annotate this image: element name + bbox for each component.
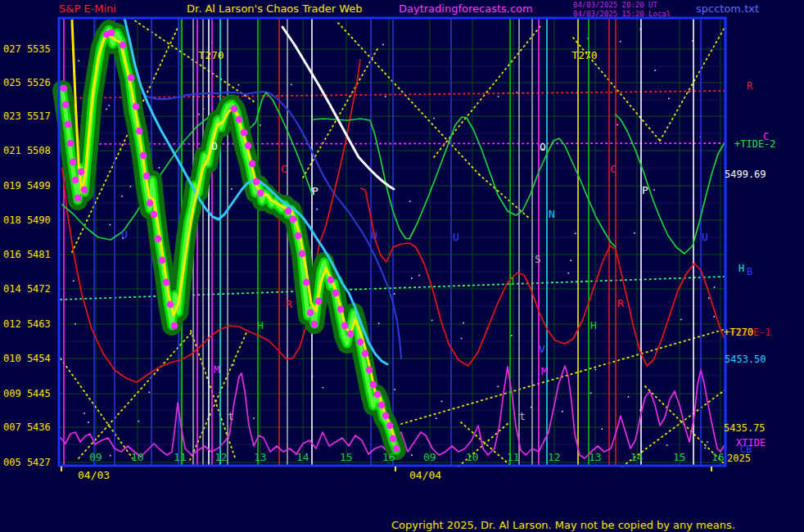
star-dot [511, 335, 513, 336]
pivot-dot [249, 160, 256, 168]
hour-label: 14 [296, 451, 309, 463]
hour-label: 15 [673, 451, 686, 463]
chart-letter: S [535, 253, 541, 265]
pivot-dot [382, 413, 390, 420]
chart-letter: t [519, 410, 526, 422]
price-axis-label: 021 5508 [3, 145, 51, 156]
hour-label: 09 [423, 451, 436, 463]
right-axis-label: 5499.69 [725, 169, 766, 180]
star-dot [713, 316, 715, 318]
star-dot [106, 108, 107, 110]
star-dot [601, 428, 603, 430]
pivot-dot [128, 74, 135, 82]
pivot-dot [390, 435, 397, 443]
pivot-dot [285, 208, 292, 215]
star-dot [409, 201, 411, 202]
pivot-dot [61, 85, 68, 92]
price-axis-label: 005 5427 [3, 457, 51, 468]
hour-label: 11 [174, 451, 187, 463]
pivot-dot [159, 257, 166, 264]
pivot-dot [307, 309, 314, 317]
pivot-dot [167, 301, 174, 309]
price-axis-label: 023 5517 [3, 110, 51, 122]
pivot-dot [253, 178, 260, 186]
chart-letter: H [590, 319, 597, 331]
pivot-dot [171, 322, 178, 330]
pivot-dot [386, 422, 394, 430]
star-dot [291, 84, 292, 86]
star-dot [707, 441, 708, 443]
red-tide-series [361, 188, 724, 366]
star-dot [654, 70, 656, 71]
star-dot [260, 124, 261, 126]
star-dot [433, 118, 435, 119]
pivot-dot [62, 101, 70, 109]
star-dot [562, 411, 563, 413]
star-dot [382, 44, 384, 46]
right-axis-label: H [739, 263, 744, 274]
star-dot [617, 124, 618, 126]
star-dot [110, 455, 111, 457]
star-dot [149, 392, 151, 394]
pivot-dot [299, 250, 306, 258]
pivot-dot [75, 195, 82, 202]
star-dot [705, 448, 707, 449]
star-dot [436, 417, 437, 419]
date-tick [395, 467, 396, 471]
chart-letter: P [642, 184, 648, 196]
pivot-dot [151, 211, 158, 219]
star-dot [628, 396, 630, 398]
chart-letter: O [211, 140, 218, 152]
star-dot [461, 338, 463, 340]
star-dot [590, 392, 592, 394]
hour-label: 12 [215, 451, 228, 463]
dotted-trendline [190, 331, 247, 460]
pivot-dot [155, 236, 162, 243]
star-dot [78, 61, 79, 62]
star-dot [88, 422, 89, 423]
chart-letter: C [610, 163, 617, 175]
chart-letter: U [453, 231, 459, 243]
hour-label: 13 [254, 451, 267, 463]
pivot-dot [295, 232, 302, 240]
star-dot [84, 413, 85, 414]
star-dot [108, 105, 110, 106]
pivot-dot [136, 128, 143, 135]
date-tick [711, 467, 712, 471]
pivot-dot [347, 331, 355, 338]
price-axis-label: 014 5472 [3, 283, 51, 295]
right-axis-label: C [763, 131, 769, 142]
star-dot [666, 444, 668, 446]
star-dot [385, 96, 386, 97]
star-dot [253, 417, 255, 419]
price-axis-label: 007 5436 [3, 422, 51, 433]
pivot-dot [378, 402, 386, 409]
green-tide-series [313, 117, 616, 247]
right-axis-label: XTIDE [736, 437, 766, 449]
pivot-dot [143, 173, 151, 180]
pivot-dot [366, 367, 373, 374]
price-axis-label: 018 5490 [3, 214, 51, 226]
chart-letter: T270 [198, 49, 224, 61]
star-dot [138, 421, 140, 422]
price-axis-label: 019 5499 [3, 180, 51, 192]
chart-letter: V [539, 343, 545, 355]
dotted-trendline [338, 23, 479, 174]
price-axis-label: 016 5481 [3, 249, 51, 260]
pivot-dot [303, 279, 310, 286]
star-dot [497, 385, 499, 387]
date-tick [61, 467, 62, 471]
pivot-dot [231, 106, 238, 113]
star-dot [595, 369, 597, 371]
right-axis-label: 5435.75 [724, 422, 766, 434]
star-dot [159, 167, 160, 169]
white-trend-series [282, 27, 394, 189]
star-dot [575, 232, 576, 234]
chart-letter: U [121, 228, 128, 241]
chart-letter: H [257, 319, 264, 331]
chart-letter: J [508, 275, 515, 287]
pivot-dot [133, 103, 140, 110]
star-dot [75, 323, 76, 325]
pivot-dot [236, 116, 243, 124]
star-dot [323, 387, 324, 389]
